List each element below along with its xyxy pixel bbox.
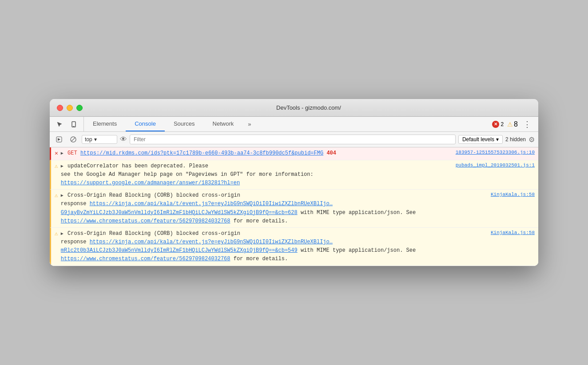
tab-sources[interactable]: Sources (165, 117, 204, 131)
minimize-button[interactable] (67, 105, 73, 111)
log-entry-error-get: ✕ ▶ GET https://mid.rkdms.com/ids?ptk=17… (50, 147, 538, 160)
tab-toolbar: Elements Console Sources Network » ✕ 2 ⚠… (50, 117, 538, 132)
tab-elements[interactable]: Elements (84, 117, 126, 131)
warn-icon: ⚠ (507, 121, 513, 128)
error-count: 2 (501, 121, 504, 127)
level-select[interactable]: Default levels ▾ (458, 135, 503, 144)
expand-arrow[interactable]: ▶ (61, 151, 64, 156)
entry-content-corb-1: ▶ Cross-Origin Read Blocking (CORB) bloc… (61, 191, 488, 226)
corb1-text-1: Cross-Origin Read Blocking (CORB) blocke… (68, 192, 240, 198)
warn-icon-1: ⚠ (55, 163, 58, 170)
level-arrow: ▾ (496, 136, 499, 143)
error-source[interactable]: 183957-12515575323306.js:10 (456, 150, 535, 155)
more-tabs-button[interactable]: » (242, 117, 256, 131)
warn-icon-3: ⚠ (55, 230, 58, 237)
correlator-text-2: see the Google Ad Manager help page on "… (61, 171, 314, 178)
corb1-url1[interactable]: https://kinja.com/api/kala/t/event.js?e=… (61, 201, 333, 215)
corb1-text-2: response (61, 201, 90, 207)
toolbar-icons (50, 117, 84, 131)
eye-icon[interactable]: 👁 (120, 135, 127, 143)
execute-icon[interactable] (53, 134, 65, 145)
cursor-icon[interactable] (53, 117, 66, 131)
maximize-button[interactable] (76, 105, 83, 111)
svg-marker-3 (58, 138, 60, 141)
context-arrow: ▾ (94, 136, 97, 143)
entry-content-correlator: ▶ updateCorrelator has been deprecated. … (61, 162, 453, 188)
corb2-source[interactable]: KinjaKala.js:58 (491, 230, 535, 235)
corb1-text-4: for more details. (234, 218, 288, 224)
get-method: GET (68, 150, 80, 156)
devtools-window: DevTools - gizmodo.com/ Elements Console (50, 99, 538, 266)
svg-rect-1 (73, 126, 75, 127)
expand-arrow-2[interactable]: ▶ (61, 164, 64, 169)
settings-icon[interactable]: ⚙ (528, 135, 535, 144)
filter-input[interactable] (130, 135, 456, 144)
svg-line-5 (72, 138, 75, 142)
block-icon[interactable] (68, 134, 79, 145)
toolbar-right: ✕ 2 ⚠ 8 ⋮ (487, 117, 538, 131)
traffic-lights (57, 105, 83, 111)
error-icon: ✕ (55, 150, 58, 157)
warn-icon-2: ⚠ (55, 192, 58, 199)
correlator-url[interactable]: https://support.google.com/admanager/ans… (61, 180, 240, 186)
corb2-url2[interactable]: https://www.chromestatus.com/feature/562… (61, 256, 230, 262)
level-label: Default levels (462, 136, 494, 143)
expand-arrow-3[interactable]: ▶ (61, 193, 64, 198)
tab-console[interactable]: Console (126, 117, 165, 131)
corb1-url2[interactable]: https://www.chromestatus.com/feature/562… (61, 218, 230, 224)
corb2-text-2: response (61, 239, 90, 245)
context-value: top (85, 136, 92, 143)
mobile-icon[interactable] (68, 117, 80, 131)
correlator-text-1: updateCorrelator has been deprecated. Pl… (68, 163, 208, 169)
corb2-url1[interactable]: https://kinja.com/api/kala/t/event.js?e=… (61, 239, 333, 254)
corb2-text-3: with MIME type application/json. See (301, 247, 416, 254)
expand-arrow-4[interactable]: ▶ (61, 231, 64, 236)
entry-content-corb-2: ▶ Cross-Origin Read Blocking (CORB) bloc… (61, 230, 488, 264)
correlator-source[interactable]: pubads_impl_2019032501.js:1 (456, 163, 535, 168)
tabs: Elements Console Sources Network » (84, 117, 487, 131)
corb2-text-4: for more details. (234, 256, 288, 262)
corb1-text-3: with MIME type application/json. See (301, 210, 416, 216)
log-entry-warn-corb-2: ⚠ ▶ Cross-Origin Read Blocking (CORB) bl… (50, 228, 538, 266)
more-options-button[interactable]: ⋮ (521, 119, 533, 129)
error-badge: ✕ 2 (492, 121, 504, 128)
context-select[interactable]: top ▾ (82, 135, 117, 144)
console-bar: top ▾ 👁 Default levels ▾ 2 hidden ⚙ (50, 132, 538, 147)
console-content: ✕ ▶ GET https://mid.rkdms.com/ids?ptk=17… (50, 147, 538, 266)
close-button[interactable] (57, 105, 63, 111)
log-entry-warn-correlator: ⚠ ▶ updateCorrelator has been deprecated… (50, 160, 538, 190)
get-url[interactable]: https://mid.rkdms.com/ids?ptk=17c1789b-e… (80, 150, 323, 156)
hidden-count: 2 hidden (505, 136, 526, 143)
status-404: 404 (326, 150, 336, 156)
warn-count: 8 (514, 120, 518, 128)
warn-badge: ⚠ 8 (507, 120, 518, 128)
corb1-source[interactable]: KinjaKala.js:58 (491, 192, 535, 197)
entry-content-get: ▶ GET https://mid.rkdms.com/ids?ptk=17c1… (61, 149, 453, 158)
corb2-text-1: Cross-Origin Read Blocking (CORB) blocke… (68, 230, 240, 237)
window-title: DevTools - gizmodo.com/ (86, 104, 531, 111)
tab-network[interactable]: Network (204, 117, 243, 131)
log-entry-warn-corb-1: ⚠ ▶ Cross-Origin Read Blocking (CORB) bl… (50, 190, 538, 228)
title-bar: DevTools - gizmodo.com/ (50, 99, 538, 117)
error-x-icon: ✕ (492, 121, 499, 128)
